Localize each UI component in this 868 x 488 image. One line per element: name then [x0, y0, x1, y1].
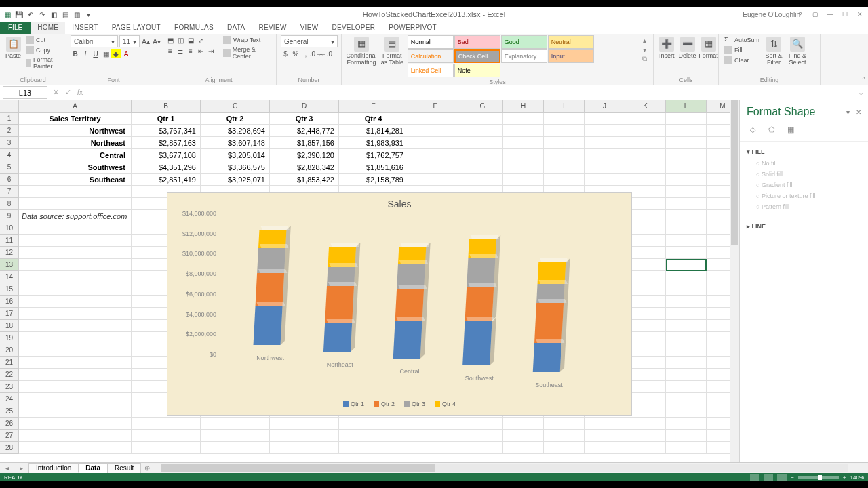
cell[interactable] [19, 357, 132, 369]
cell[interactable] [19, 296, 132, 308]
row-header[interactable]: 11 [0, 235, 19, 247]
cell[interactable]: $2,448,772 [270, 125, 339, 137]
align-left-icon[interactable]: ≡ [165, 46, 175, 56]
percent-icon[interactable]: % [291, 49, 300, 58]
cell[interactable] [19, 235, 132, 247]
cancel-fx-icon[interactable]: ✕ [50, 88, 61, 97]
fill-color-button[interactable]: ◆ [111, 49, 121, 58]
cell[interactable] [19, 344, 132, 357]
enter-fx-icon[interactable]: ✓ [62, 88, 73, 97]
font-color-button[interactable]: A [121, 49, 131, 58]
row-header[interactable]: 9 [0, 210, 19, 222]
chart-title[interactable]: Sales [167, 193, 631, 212]
collapse-ribbon-icon[interactable]: ^ [862, 76, 865, 83]
column-header[interactable]: I [544, 100, 585, 113]
format-as-table-button[interactable]: ▤Format as Table [379, 35, 406, 68]
row-header[interactable]: 8 [0, 198, 19, 210]
minimize-icon[interactable]: — [823, 9, 837, 19]
cell-style[interactable]: Linked Cell [408, 64, 454, 77]
row-header[interactable]: 16 [0, 296, 19, 308]
cell[interactable] [19, 283, 132, 296]
select-all-corner[interactable] [0, 100, 19, 113]
cell[interactable] [19, 247, 132, 259]
bar-segment[interactable] [395, 289, 425, 321]
cell[interactable] [666, 369, 707, 381]
cut-button[interactable]: Cut [24, 35, 62, 45]
normal-view-icon[interactable] [750, 474, 760, 481]
bar-segment[interactable] [325, 286, 354, 323]
bar-segment[interactable] [465, 287, 494, 321]
legend-item[interactable]: Qtr 2 [374, 401, 395, 407]
cell[interactable] [503, 113, 544, 125]
row-header[interactable]: 3 [0, 137, 19, 149]
chart-plot-area[interactable]: NorthwestNortheastCentralSouthwestSouthe… [222, 220, 597, 361]
font-size-combo[interactable]: 11▾ [119, 35, 140, 47]
cell[interactable] [339, 418, 408, 430]
fill-option-radio[interactable]: ○ No fill [747, 158, 861, 169]
cell[interactable]: $3,677,108 [132, 149, 201, 161]
cell[interactable] [462, 125, 503, 137]
align-bottom-icon[interactable]: ⬓ [186, 35, 195, 45]
cell[interactable] [666, 430, 707, 442]
row-header[interactable]: 15 [0, 283, 19, 296]
cell-style[interactable]: Note [454, 64, 500, 77]
save-icon[interactable]: 💾 [14, 9, 24, 19]
row-header[interactable]: 12 [0, 247, 19, 259]
fx-icon[interactable]: fx [75, 88, 85, 97]
cell[interactable]: $1,983,931 [339, 137, 408, 149]
page-layout-view-icon[interactable] [764, 474, 773, 481]
fill-line-tab-icon[interactable]: ◇ [747, 123, 759, 136]
cell[interactable]: $1,814,281 [339, 125, 408, 137]
delete-cells-button[interactable]: ➖Delete [678, 35, 697, 61]
cell[interactable] [625, 442, 666, 454]
cell[interactable]: $3,366,575 [201, 161, 270, 174]
file-tab[interactable]: FILE [0, 22, 31, 34]
row-header[interactable]: 5 [0, 161, 19, 174]
column-header[interactable]: J [585, 100, 625, 113]
cell-style[interactable]: Neutral [548, 35, 594, 49]
bar-segment[interactable] [532, 343, 561, 372]
cell[interactable] [19, 320, 132, 332]
ribbon-tab-data[interactable]: DATA [220, 22, 252, 34]
close-icon[interactable]: ✕ [853, 9, 867, 19]
zoom-level[interactable]: 140% [850, 474, 864, 481]
cell[interactable]: Central [19, 149, 132, 161]
maximize-icon[interactable]: ☐ [838, 9, 852, 19]
cell[interactable] [666, 198, 707, 210]
cell[interactable] [666, 235, 707, 247]
align-right-icon[interactable]: ≡ [186, 46, 195, 56]
formula-input[interactable] [88, 86, 854, 99]
cell-style[interactable]: Bad [454, 35, 500, 49]
cell[interactable] [625, 430, 666, 442]
ribbon-options-icon[interactable]: ▢ [808, 9, 822, 19]
row-header[interactable]: 23 [0, 381, 19, 393]
cell[interactable] [666, 161, 707, 174]
cell[interactable] [625, 161, 666, 174]
cell[interactable] [666, 283, 707, 296]
cell[interactable]: Qtr 1 [132, 113, 201, 125]
cell[interactable] [585, 430, 625, 442]
column-header[interactable]: L [666, 100, 707, 113]
format-cells-button[interactable]: ▦Format [699, 35, 718, 61]
cell[interactable] [625, 113, 666, 125]
sheet-tab[interactable]: Introduction [28, 463, 79, 473]
redo-icon[interactable]: ↷ [37, 9, 47, 19]
cell[interactable] [19, 405, 132, 418]
row-header[interactable]: 14 [0, 271, 19, 283]
cell[interactable] [666, 113, 707, 125]
cell[interactable] [19, 369, 132, 381]
cell[interactable] [666, 357, 707, 369]
cell[interactable]: $3,925,071 [201, 174, 270, 186]
bar-segment[interactable] [323, 323, 352, 352]
cell[interactable] [585, 174, 625, 186]
pane-menu-icon[interactable]: ▾ [846, 108, 850, 116]
cell[interactable] [666, 296, 707, 308]
cell[interactable] [19, 332, 132, 344]
cell[interactable]: $3,205,014 [201, 149, 270, 161]
cell[interactable] [585, 418, 625, 430]
cell-style[interactable]: Normal [408, 35, 454, 49]
cell[interactable] [19, 198, 132, 210]
column-header[interactable]: C [201, 100, 270, 113]
cell[interactable] [544, 125, 585, 137]
cell[interactable] [408, 149, 462, 161]
